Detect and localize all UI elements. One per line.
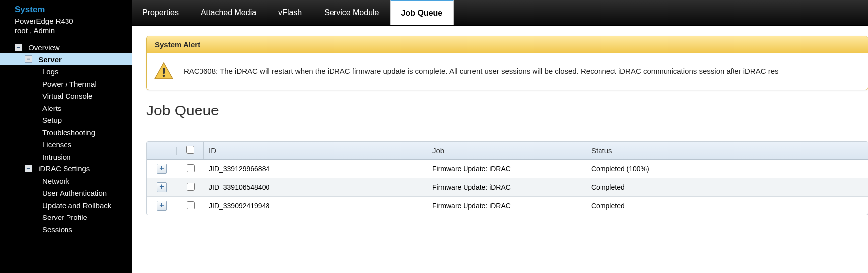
tree-update-rollback[interactable]: Update and Rollback: [0, 199, 132, 211]
tree-virtual-console[interactable]: Virtual Console: [0, 89, 132, 102]
row-checkbox[interactable]: [187, 183, 195, 191]
tree-licenses[interactable]: Licenses: [0, 138, 132, 150]
table-row: + JID_339106548400 Firmware Update: iDRA…: [147, 178, 868, 196]
main-panel: Properties Attached Media vFlash Service…: [132, 0, 868, 273]
svg-rect-1: [163, 68, 165, 74]
tree-network[interactable]: Network: [0, 174, 132, 187]
table-header-row: ID Job Status: [147, 142, 868, 160]
cell-job: Firmware Update: iDRAC: [427, 179, 586, 195]
collapse-icon[interactable]: –: [25, 55, 32, 63]
cell-job: Firmware Update: iDRAC: [427, 198, 586, 214]
row-checkbox[interactable]: [187, 201, 195, 209]
sidebar: System PowerEdge R430 root , Admin – Ove…: [0, 0, 132, 273]
system-header: System PowerEdge R430 root , Admin: [0, 5, 132, 41]
header-status[interactable]: Status: [586, 142, 868, 159]
cell-status: Completed: [586, 198, 868, 214]
alert-message: RAC0608: The iDRAC will restart when the…: [184, 67, 779, 75]
svg-point-2: [163, 75, 165, 77]
server-model: PowerEdge R430: [15, 17, 132, 25]
tab-vflash[interactable]: vFlash: [267, 0, 313, 25]
tab-properties[interactable]: Properties: [132, 0, 190, 25]
cell-id: JID_339129966884: [204, 161, 427, 177]
tab-job-queue[interactable]: Job Queue: [390, 0, 454, 25]
page-title: Job Queue: [146, 102, 868, 119]
row-checkbox[interactable]: [187, 164, 195, 172]
header-check: [177, 142, 204, 159]
cell-id: JID_339092419948: [204, 198, 427, 214]
tree-user-auth[interactable]: User Authentication: [0, 186, 132, 199]
header-id[interactable]: ID: [204, 142, 427, 159]
table-row: + JID_339092419948 Firmware Update: iDRA…: [147, 196, 868, 215]
cell-status: Completed: [586, 179, 868, 195]
tab-attached-media[interactable]: Attached Media: [190, 0, 267, 25]
cell-status: Completed (100%): [586, 161, 868, 177]
select-all-checkbox[interactable]: [186, 146, 194, 154]
tree-intrusion[interactable]: Intrusion: [0, 150, 132, 163]
tree-setup[interactable]: Setup: [0, 113, 132, 126]
nav-tree: – Overview – Server Logs Power / Thermal…: [0, 41, 132, 235]
tree-sessions[interactable]: Sessions: [0, 223, 132, 235]
job-queue-table: ID Job Status + JID_339129966884 Firmwar…: [146, 141, 868, 215]
tab-service-module[interactable]: Service Module: [313, 0, 390, 25]
tree-overview[interactable]: – Overview: [0, 41, 132, 53]
collapse-icon[interactable]: –: [25, 165, 32, 172]
collapse-icon[interactable]: –: [15, 44, 22, 51]
tree-server-profile[interactable]: Server Profile: [0, 211, 132, 223]
header-expand: [147, 147, 177, 155]
content-area: System Alert RAC0608: The iDRAC will res…: [132, 26, 868, 273]
logged-user: root , Admin: [15, 26, 132, 35]
tree-alerts[interactable]: Alerts: [0, 102, 132, 114]
alert-title: System Alert: [147, 36, 868, 53]
cell-id: JID_339106548400: [204, 179, 427, 195]
tree-server[interactable]: – Server: [0, 53, 132, 65]
tree-idrac-settings[interactable]: – iDRAC Settings: [0, 162, 132, 174]
tree-troubleshooting[interactable]: Troubleshooting: [0, 126, 132, 138]
expand-button[interactable]: +: [157, 164, 167, 174]
header-job[interactable]: Job: [427, 142, 586, 159]
system-alert: System Alert RAC0608: The iDRAC will res…: [146, 36, 868, 90]
divider: [146, 124, 868, 124]
tab-bar: Properties Attached Media vFlash Service…: [132, 0, 868, 26]
expand-button[interactable]: +: [157, 201, 167, 211]
table-row: + JID_339129966884 Firmware Update: iDRA…: [147, 160, 868, 178]
tree-logs[interactable]: Logs: [0, 65, 132, 77]
tree-power-thermal[interactable]: Power / Thermal: [0, 77, 132, 90]
system-link[interactable]: System: [15, 5, 132, 15]
expand-button[interactable]: +: [157, 182, 167, 192]
warning-icon: [154, 62, 174, 80]
cell-job: Firmware Update: iDRAC: [427, 161, 586, 177]
